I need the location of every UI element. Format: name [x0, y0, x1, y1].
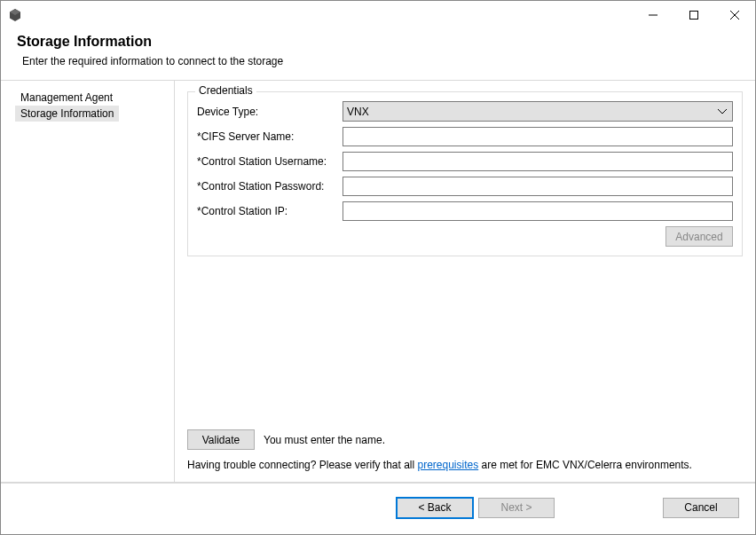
- minimize-button[interactable]: [633, 1, 673, 28]
- cifs-server-name-input[interactable]: [343, 127, 733, 146]
- back-button[interactable]: < Back: [397, 498, 473, 518]
- control-station-username-input[interactable]: [343, 152, 733, 171]
- control-station-ip-input[interactable]: [343, 201, 733, 221]
- control-station-ip-label: *Control Station IP:: [197, 205, 343, 217]
- app-icon: [8, 8, 22, 22]
- wizard-steps-sidebar: Management Agent Storage Information: [1, 81, 175, 482]
- device-type-label: Device Type:: [197, 106, 343, 118]
- wizard-header: Storage Information Enter the required i…: [1, 28, 755, 80]
- validate-row: Validate You must enter the name.: [187, 422, 743, 450]
- sidebar-item-management-agent[interactable]: Management Agent: [1, 90, 174, 106]
- next-button[interactable]: Next >: [478, 498, 555, 518]
- cifs-server-name-label: *CIFS Server Name:: [197, 130, 343, 143]
- sidebar-item-label: Storage Information: [20, 107, 114, 120]
- sidebar-item-storage-information[interactable]: Storage Information: [15, 106, 119, 122]
- cancel-button[interactable]: Cancel: [663, 498, 739, 518]
- trouble-text: Having trouble connecting? Please verify…: [187, 459, 743, 471]
- validate-button[interactable]: Validate: [187, 429, 255, 450]
- control-station-password-label: *Control Station Password:: [197, 180, 343, 193]
- advanced-button[interactable]: Advanced: [665, 226, 733, 247]
- prerequisites-link[interactable]: prerequisites: [417, 459, 478, 471]
- control-station-password-input[interactable]: [343, 177, 733, 196]
- credentials-legend: Credentials: [195, 84, 256, 97]
- main-panel: Credentials Device Type: VNX *CIFS Serve…: [175, 81, 755, 482]
- titlebar: [1, 1, 755, 28]
- maximize-button[interactable]: [673, 1, 714, 28]
- content-area: Management Agent Storage Information Cre…: [1, 81, 755, 482]
- device-type-select[interactable]: VNX: [343, 101, 733, 122]
- credentials-group: Credentials Device Type: VNX *CIFS Serve…: [187, 91, 743, 256]
- wizard-footer: < Back Next > Cancel: [1, 483, 755, 531]
- control-station-username-label: *Control Station Username:: [197, 155, 343, 168]
- trouble-suffix: are met for EMC VNX/Celerra environments…: [478, 459, 692, 471]
- trouble-prefix: Having trouble connecting? Please verify…: [187, 459, 417, 471]
- close-button[interactable]: [714, 1, 755, 28]
- page-title: Storage Information: [17, 34, 739, 50]
- svg-rect-3: [690, 11, 698, 19]
- validate-message: You must enter the name.: [264, 434, 385, 446]
- window-controls: [633, 1, 755, 28]
- page-subtitle: Enter the required information to connec…: [22, 55, 739, 67]
- sidebar-item-label: Management Agent: [20, 91, 113, 104]
